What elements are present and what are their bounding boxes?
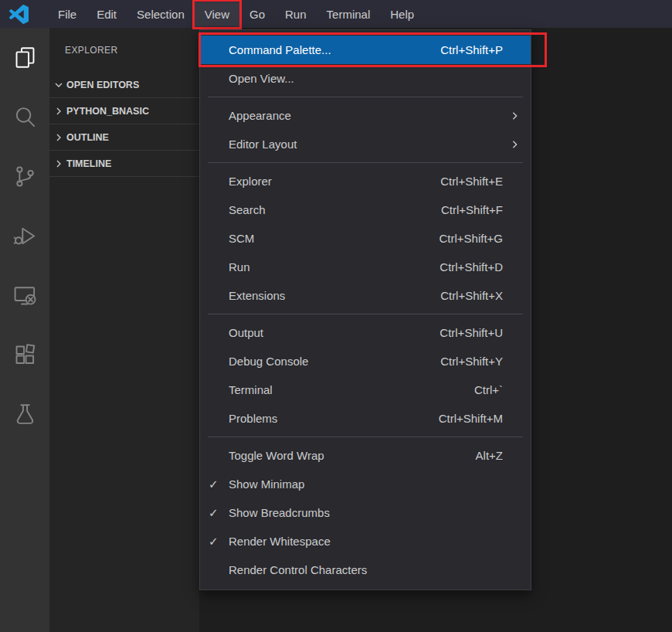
menu-item-label: Run — [229, 260, 440, 274]
menu-item-toggle-word-wrap[interactable]: Toggle Word WrapAlt+Z — [200, 441, 531, 470]
sidebar-section-open-editors[interactable]: OPEN EDITORS — [49, 72, 199, 98]
checkmark-icon: ✓ — [209, 506, 229, 520]
activitybar-run-debug-button[interactable] — [0, 206, 49, 266]
menu-item-shortcut: Ctrl+Shift+D — [440, 260, 503, 274]
annotation-box-view — [192, 0, 242, 29]
menu-item-extensions[interactable]: ExtensionsCtrl+Shift+X — [200, 281, 531, 310]
activitybar-search-button[interactable] — [0, 87, 49, 147]
explorer-icon — [13, 46, 37, 70]
menu-item-output[interactable]: OutputCtrl+Shift+U — [200, 318, 531, 347]
sidebar-section-label: OUTLINE — [66, 132, 109, 143]
menu-item-scm[interactable]: SCMCtrl+Shift+G — [200, 224, 531, 253]
explorer-sidebar: EXPLORER OPEN EDITORSPYTHON_BNASICOUTLIN… — [49, 28, 199, 632]
menubar-item-edit[interactable]: Edit — [87, 2, 127, 26]
menu-item-explorer[interactable]: ExplorerCtrl+Shift+E — [200, 167, 531, 195]
sidebar-section-python-bnasic[interactable]: PYTHON_BNASIC — [49, 98, 199, 124]
menu-item-label: Command Palette... — [229, 43, 440, 56]
menu-item-shortcut: Ctrl+` — [474, 383, 503, 396]
menu-item-shortcut: Ctrl+Shift+P — [440, 43, 503, 56]
menu-item-label: Debug Console — [229, 355, 440, 368]
sidebar-sections: OPEN EDITORSPYTHON_BNASICOUTLINETIMELINE — [49, 72, 199, 177]
menubar-item-file[interactable]: File — [48, 2, 87, 26]
menu-item-appearance[interactable]: Appearance — [200, 101, 531, 130]
menu-item-shortcut: Ctrl+Shift+M — [439, 412, 503, 425]
activitybar-source-control-button[interactable] — [0, 147, 49, 206]
chevron-right-icon — [53, 131, 65, 144]
menu-item-label: Show Breadcrumbs — [229, 506, 503, 519]
menubar-item-selection[interactable]: Selection — [127, 2, 195, 26]
menu-item-shortcut: Alt+Z — [476, 449, 503, 462]
menu-item-search[interactable]: SearchCtrl+Shift+F — [200, 195, 531, 224]
menu-item-shortcut: Ctrl+Shift+G — [439, 232, 503, 245]
menu-item-label: Open View... — [229, 72, 503, 85]
checkmark-icon: ✓ — [209, 477, 229, 491]
menu-item-label: Render Whitespace — [229, 535, 503, 548]
menu-item-label: Problems — [229, 412, 439, 425]
menu-item-shortcut: Ctrl+Shift+Y — [440, 355, 503, 368]
activity-bar — [0, 28, 49, 632]
menu-item-debug-console[interactable]: Debug ConsoleCtrl+Shift+Y — [200, 347, 531, 375]
menu-item-open-view[interactable]: Open View... — [200, 64, 531, 93]
chevron-right-icon — [53, 158, 65, 170]
menu-separator — [208, 97, 523, 97]
menu-item-shortcut: Ctrl+Shift+X — [440, 289, 503, 302]
sidebar-section-timeline[interactable]: TIMELINE — [49, 151, 199, 177]
menu-item-label: Explorer — [229, 175, 440, 188]
search-icon — [13, 105, 37, 129]
menu-item-label: Editor Layout — [229, 138, 503, 151]
menubar-item-view[interactable]: View — [195, 2, 239, 26]
menu-item-problems[interactable]: ProblemsCtrl+Shift+M — [200, 404, 531, 433]
menu-item-command-palette[interactable]: Command Palette...Ctrl+Shift+P — [200, 36, 531, 64]
menu-item-label: Output — [229, 326, 440, 339]
menu-separator — [208, 437, 523, 437]
menubar-item-go[interactable]: Go — [239, 2, 275, 26]
menu-item-terminal[interactable]: TerminalCtrl+` — [200, 375, 531, 404]
menu-item-shortcut: Ctrl+Shift+U — [440, 326, 503, 339]
testing-icon — [13, 403, 37, 426]
sidebar-section-label: TIMELINE — [66, 158, 111, 169]
menu-item-label: Show Minimap — [229, 477, 503, 491]
activitybar-extensions-button[interactable] — [0, 325, 49, 385]
remote-explorer-icon — [13, 284, 37, 308]
menu-item-render-control-characters[interactable]: Render Control Characters — [200, 556, 531, 584]
menu-item-editor-layout[interactable]: Editor Layout — [200, 130, 531, 158]
menu-item-label: Render Control Characters — [229, 563, 503, 576]
checkmark-icon: ✓ — [209, 535, 229, 549]
menubar-item-run[interactable]: Run — [275, 2, 317, 26]
activitybar-remote-explorer-button[interactable] — [0, 266, 49, 325]
sidebar-section-label: OPEN EDITORS — [66, 80, 139, 90]
sidebar-section-label: PYTHON_BNASIC — [66, 106, 149, 117]
menu-item-shortcut: Ctrl+Shift+E — [440, 175, 503, 188]
menu-item-render-whitespace[interactable]: ✓Render Whitespace — [200, 527, 531, 556]
menu-separator — [208, 314, 523, 314]
menu-item-label: SCM — [229, 232, 439, 245]
chevron-down-icon — [53, 79, 65, 91]
menu-separator — [208, 162, 523, 163]
view-menu-dropdown: Command Palette...Ctrl+Shift+POpen View.… — [199, 29, 531, 590]
menu-item-run[interactable]: RunCtrl+Shift+D — [200, 253, 531, 281]
vscode-logo-icon — [0, 5, 48, 24]
activitybar-explorer-button[interactable] — [0, 28, 49, 87]
menu-item-shortcut: Ctrl+Shift+F — [441, 203, 503, 216]
menu-bar: FileEditSelectionViewGoRunTerminalHelp — [48, 0, 424, 28]
chevron-right-icon — [53, 105, 65, 117]
menu-item-label: Search — [229, 203, 441, 216]
sidebar-title: EXPLORER — [49, 28, 199, 56]
menu-item-label: Appearance — [229, 109, 503, 122]
source-control-icon — [13, 165, 37, 189]
chevron-right-icon — [508, 138, 521, 151]
menu-item-show-breadcrumbs[interactable]: ✓Show Breadcrumbs — [200, 498, 531, 527]
sidebar-section-outline[interactable]: OUTLINE — [49, 124, 199, 151]
chevron-right-icon — [508, 109, 521, 122]
activitybar-testing-button[interactable] — [0, 385, 49, 444]
menubar-item-terminal[interactable]: Terminal — [317, 2, 381, 26]
menu-item-label: Terminal — [229, 383, 474, 396]
menu-item-label: Extensions — [229, 289, 440, 302]
title-bar: FileEditSelectionViewGoRunTerminalHelp — [0, 0, 672, 28]
menu-item-show-minimap[interactable]: ✓Show Minimap — [200, 470, 531, 498]
extensions-icon — [13, 343, 37, 367]
menu-item-label: Toggle Word Wrap — [229, 449, 476, 462]
menubar-item-help[interactable]: Help — [380, 2, 424, 26]
run-debug-icon — [13, 224, 37, 248]
